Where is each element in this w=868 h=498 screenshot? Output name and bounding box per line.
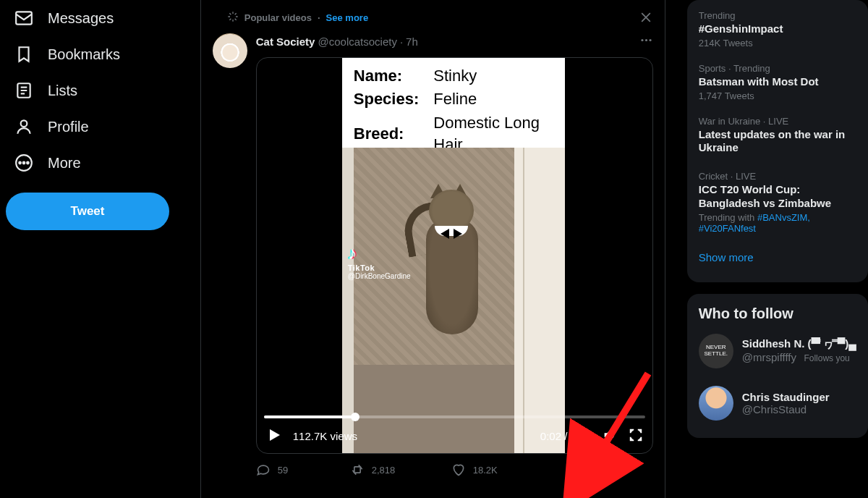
avatar	[699, 386, 733, 421]
see-more-link[interactable]: See more	[326, 12, 369, 23]
trend-item[interactable]: Trending #GenshinImpact 214K Tweets	[687, 3, 868, 56]
svg-point-4	[19, 162, 21, 164]
svg-point-2	[21, 120, 27, 127]
tweet: Cat Society @coolcatsociety · 7h Name:St…	[201, 28, 665, 486]
download-button[interactable]	[603, 463, 639, 477]
tweet-time[interactable]: 7h	[406, 35, 418, 48]
video-player[interactable]: Name:Stinky Species:Feline Breed:Domesti…	[256, 57, 653, 454]
follow-suggestion[interactable]: Chris Staudinger @ChrisStaud	[687, 377, 868, 429]
avatar: NEVER SETTLE.	[699, 334, 733, 368]
tweet-header: Cat Society @coolcatsociety · 7h	[256, 33, 653, 50]
tweet-actions: 59 2,818 18.2K	[256, 454, 653, 477]
more-circle-icon	[14, 153, 33, 172]
share-button[interactable]	[553, 463, 603, 477]
nav-label: More	[48, 155, 81, 172]
retweet-count: 2,818	[372, 465, 396, 476]
mail-icon	[14, 9, 33, 28]
nav-messages[interactable]: Messages	[6, 0, 195, 36]
bookmark-icon	[14, 45, 33, 64]
nav-bookmarks[interactable]: Bookmarks	[6, 36, 195, 72]
avatar[interactable]	[213, 33, 247, 68]
more-icon[interactable]	[639, 33, 653, 50]
svg-point-9	[649, 39, 651, 41]
author-name[interactable]: Cat Society	[256, 35, 315, 48]
trend-item[interactable]: War in Ukraine · LIVE Latest updates on …	[687, 109, 868, 164]
reply-count: 59	[278, 465, 288, 476]
suggestion-name: Chris Staudinger	[742, 391, 830, 403]
video-frame: Name:Stinky Species:Feline Breed:Domesti…	[342, 58, 565, 453]
who-to-follow-panel: Who to follow NEVER SETTLE. Siddhesh N. …	[687, 294, 868, 438]
retweet-button[interactable]: 2,818	[350, 463, 451, 477]
trends-panel: Trending #GenshinImpact 214K Tweets Spor…	[687, 0, 868, 282]
suggestion-handle: @mrspiffffy	[742, 351, 796, 363]
nav-label: Profile	[48, 119, 89, 135]
cat-image	[409, 190, 495, 342]
list-icon	[14, 81, 33, 100]
tiktok-watermark: ♪ TikTok @DirkBoneGardine	[348, 243, 411, 280]
trend-item[interactable]: Cricket · LIVE ICC T20 World Cup: Bangla…	[687, 164, 868, 241]
play-icon[interactable]	[265, 426, 283, 446]
reply-button[interactable]: 59	[256, 463, 350, 477]
main-column: Popular videos · See more Cat Society @c…	[200, 0, 665, 498]
suggestion-handle: @ChrisStaud	[742, 403, 830, 415]
tweet-button[interactable]: Tweet	[6, 193, 169, 230]
profile-icon	[14, 117, 33, 136]
view-count: 112.7K views	[293, 430, 357, 442]
follow-suggestion[interactable]: NEVER SETTLE. Siddhesh N. (▀̿ ヮ ̿▀)▄ @mr…	[687, 325, 868, 377]
show-more-link[interactable]: Show more	[687, 241, 868, 274]
trend-item[interactable]: Sports · Trending Batsman with Most Dot …	[687, 56, 868, 109]
who-to-follow-heading: Who to follow	[687, 297, 868, 325]
sparkle-icon	[227, 11, 239, 25]
video-time: 0:02 / 0:10	[540, 430, 592, 442]
svg-point-7	[641, 39, 643, 41]
sidebar: Messages Bookmarks Lists Profile More	[0, 0, 200, 498]
close-icon[interactable]	[639, 10, 653, 25]
author-handle[interactable]: @coolcatsociety	[318, 35, 396, 48]
nav-label: Bookmarks	[48, 46, 120, 63]
svg-point-8	[645, 39, 647, 41]
promo-row: Popular videos · See more	[201, 0, 665, 28]
volume-icon[interactable]	[602, 427, 618, 445]
svg-point-6	[27, 162, 29, 164]
nav-label: Lists	[48, 83, 77, 99]
right-column: Trending #GenshinImpact 214K Tweets Spor…	[665, 0, 868, 498]
suggestion-name: Siddhesh N. (▀̿ ヮ ̿▀)▄	[742, 337, 856, 351]
nav-label: Messages	[48, 10, 114, 27]
promo-label: Popular videos	[244, 12, 312, 23]
like-count: 18.2K	[473, 465, 498, 476]
fullscreen-icon[interactable]	[628, 427, 644, 445]
svg-rect-0	[16, 12, 32, 24]
video-progress-bar[interactable]	[264, 415, 645, 418]
follows-you-badge: Follows you	[804, 353, 849, 363]
nav-profile[interactable]: Profile	[6, 109, 195, 145]
nav-more[interactable]: More	[6, 145, 195, 181]
like-button[interactable]: 18.2K	[451, 463, 553, 477]
svg-point-5	[23, 162, 25, 164]
nav-lists[interactable]: Lists	[6, 72, 195, 109]
